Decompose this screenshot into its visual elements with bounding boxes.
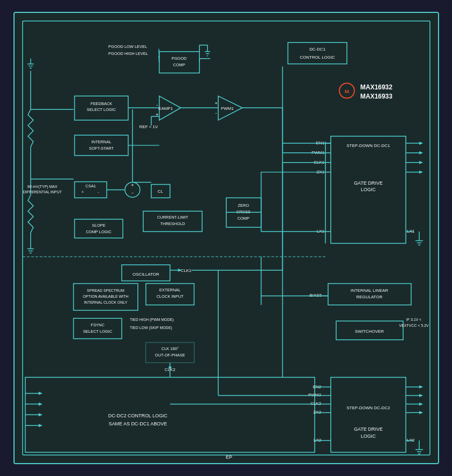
svg-text:COMP LOGIC: COMP LOGIC [86,229,112,234]
svg-text:SWITCHOVER: SWITCHOVER [354,329,384,334]
svg-text:SAME AS DC-DC1 ABOVE: SAME AS DC-DC1 ABOVE [108,421,166,426]
svg-text:-: - [131,190,133,195]
svg-text:STEP-DOWN DC-DC1: STEP-DOWN DC-DC1 [346,143,390,148]
svg-text:GATE DRIVE: GATE DRIVE [353,426,383,432]
svg-text:PGOOD LOW LEVEL: PGOOD LOW LEVEL [108,44,147,49]
svg-text:SELECT LOGIC: SELECT LOGIC [87,107,116,112]
svg-text:SPREAD SPECTRUM: SPREAD SPECTRUM [87,289,124,292]
ep-label: EP [226,454,232,460]
svg-text:EAMP1: EAMP1 [158,106,173,111]
svg-text:CLOCK INPUT: CLOCK INPUT [156,294,184,299]
svg-text:FSYNC: FSYNC [91,323,105,327]
svg-text:DC-DC2 CONTROL LOGIC: DC-DC2 CONTROL LOGIC [108,413,167,418]
svg-text:IF 3.1V <: IF 3.1V < [406,318,421,321]
svg-text:MAX16932: MAX16932 [360,83,392,91]
svg-text:CURRENT-LIMIT: CURRENT-LIMIT [157,215,188,220]
svg-text:TIED HIGH (PWM MODE): TIED HIGH (PWM MODE) [129,318,173,322]
svg-text:CSA1: CSA1 [85,184,95,188]
svg-text:OUT-OF-PHASE: OUT-OF-PHASE [155,353,185,358]
svg-text:PGOOD HIGH LEVEL: PGOOD HIGH LEVEL [108,51,148,56]
svg-text:THRESHOLD: THRESHOLD [160,221,185,226]
block-diagram: FEEDBACK SELECT LOGIC INTERNAL SOFT-STAR… [15,13,438,463]
svg-text:LOGIC: LOGIC [360,187,375,192]
svg-text:PGOOD: PGOOD [171,56,186,61]
svg-text:ZERO: ZERO [238,203,249,208]
svg-text:OPTION AVAILABLE WITH: OPTION AVAILABLE WITH [82,295,128,298]
svg-text:COMP: COMP [237,216,249,221]
svg-text:OSCILLATOR: OSCILLATOR [132,272,159,277]
svg-text:DC-DC1: DC-DC1 [309,47,326,52]
svg-text:SELECT LOGIC: SELECT LOGIC [83,329,113,334]
page-container: FEEDBACK SELECT LOGIC INTERNAL SOFT-STAR… [0,0,452,476]
svg-text:M: M [344,88,349,94]
svg-text:DIFFERENTIAL INPUT: DIFFERENTIAL INPUT [23,190,62,194]
svg-line-35 [158,56,159,62]
svg-text:INTERNAL: INTERNAL [91,139,111,144]
svg-text:EXTERNAL: EXTERNAL [159,288,180,292]
svg-text:REGULATOR: REGULATOR [356,295,383,299]
svg-text:SLOPE: SLOPE [92,223,105,228]
svg-text:CONTROL LOGIC: CONTROL LOGIC [300,55,335,60]
svg-text:CLK1: CLK1 [180,268,191,273]
svg-text:VEXTVCC < 5.2V: VEXTVCC < 5.2V [399,324,428,327]
svg-text:MAX16933: MAX16933 [360,93,392,100]
svg-text:TIED LOW (SKIP MODE): TIED LOW (SKIP MODE) [129,326,172,330]
svg-text:-: - [215,110,217,116]
svg-text:INTERNAL CLOCK ONLY: INTERNAL CLOCK ONLY [84,300,127,304]
svg-text:+: + [214,101,217,106]
svg-text:COMP: COMP [173,62,185,67]
svg-line-34 [158,49,159,57]
svg-text:80 mV(TYP) MAX: 80 mV(TYP) MAX [27,185,58,189]
svg-text:-: - [156,102,157,108]
svg-text:STEP-DOWN DC-DC2: STEP-DOWN DC-DC2 [346,405,390,410]
svg-text:CL: CL [157,189,163,194]
svg-text:REF = 1V: REF = 1V [139,124,158,129]
svg-text:INTERNAL LINEAR: INTERNAL LINEAR [350,288,388,293]
svg-text:+: + [130,182,134,188]
svg-text:PWM1: PWM1 [221,106,234,111]
svg-text:LOGIC: LOGIC [360,433,375,439]
svg-text:SOFT-START: SOFT-START [89,146,114,151]
svg-text:CLK 180°: CLK 180° [161,346,178,351]
feedback-select-label: FEEDBACK [91,101,112,106]
svg-text:GATE DRIVE: GATE DRIVE [353,180,383,186]
diagram-outer: FEEDBACK SELECT LOGIC INTERNAL SOFT-STAR… [13,12,439,464]
svg-text:+: + [81,190,84,194]
